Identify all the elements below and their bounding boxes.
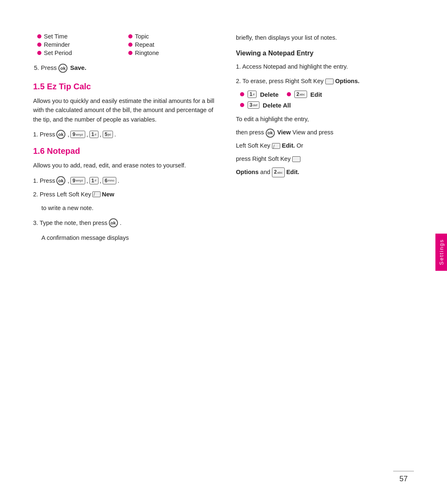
press-right-soft-key: press Right Soft Key xyxy=(236,155,291,162)
new-label: New xyxy=(102,191,114,198)
press-save-step: 5. Press ok Save. xyxy=(34,64,215,73)
period-1: . xyxy=(114,131,116,138)
bullet-label: Ringtone xyxy=(135,50,159,56)
key-1hash: 1# xyxy=(89,131,99,138)
key-5jkl: 5jkl xyxy=(103,131,113,138)
left-column: Set Time Topic Reminder Repeat Set Perio… xyxy=(33,33,215,248)
section-1-6-step1: 1. Press ok , 9wxyz , 1# , 6mno . xyxy=(33,176,215,185)
edit-para5: Options and 2abc Edit. xyxy=(236,167,414,177)
options-and-label: Options xyxy=(236,169,259,175)
list-item: 1# Delete 2abc Edit xyxy=(240,91,414,98)
ok-view-icon: ok xyxy=(266,129,275,138)
and-text: and xyxy=(260,169,272,175)
left-soft-key-icon-2 xyxy=(272,143,280,149)
notepad-step2-sub: to write a new note. xyxy=(41,203,215,213)
comma-2: , xyxy=(87,131,88,138)
key-2abc-opt: 2abc xyxy=(294,91,307,98)
step1-prefix-2: 1. Press xyxy=(33,177,55,184)
page: Set Time Topic Reminder Repeat Set Perio… xyxy=(0,0,447,504)
notepad-step2-main: 2. Press Left Soft Key New xyxy=(33,191,215,198)
comma-3: , xyxy=(100,131,101,138)
edit-para1: To edit a highlight the entry, xyxy=(236,115,414,124)
right-intro-text: briefly, then displays your list of note… xyxy=(236,33,414,42)
bullet-label: Topic xyxy=(135,33,149,40)
ok-key-icon: ok xyxy=(56,130,65,139)
right-soft-key-icon xyxy=(325,79,334,84)
para2-prefix: then press xyxy=(236,129,264,136)
notepad-step3-sub: A confirmation message displays xyxy=(41,233,215,242)
delete-all-label: Delete All xyxy=(263,102,291,109)
section-1-6-body: Allows you to add, read, edit, and erase… xyxy=(33,161,215,170)
list-item: Set Time xyxy=(37,33,124,40)
period-2: . xyxy=(118,177,119,184)
bullet-dot-icon xyxy=(128,34,132,38)
ok-key-icon-3: ok xyxy=(109,218,118,227)
right-column: briefly, then displays your list of note… xyxy=(236,33,414,248)
bullet-label: Set Time xyxy=(44,33,67,40)
view-label: View xyxy=(277,129,291,136)
right-soft-key-icon-2 xyxy=(292,156,300,162)
para2-suffix: View and press xyxy=(293,129,334,136)
key-9wxyz-2: 9wxyz xyxy=(70,177,85,184)
step2-text: 2. Press Left Soft Key xyxy=(33,191,91,198)
edit-label-2: Edit. xyxy=(282,142,295,149)
key-6mno: 6mno xyxy=(103,177,116,184)
bullet-list: Set Time Topic Reminder Repeat Set Perio… xyxy=(37,33,215,56)
viewing-heading: Viewing a Notepad Entry xyxy=(236,50,414,57)
notepad-step3: 3. Type the note, then press ok . A conf… xyxy=(33,218,215,242)
ok-button-icon: ok xyxy=(58,64,67,73)
edit-para4: press Right Soft Key xyxy=(236,154,414,164)
page-number-area: 57 xyxy=(393,471,414,483)
section-1-5-heading: 1.5 Ez Tip Calc xyxy=(33,82,215,91)
section-1-6-heading: 1.6 Notepad xyxy=(33,146,215,156)
page-divider xyxy=(393,471,414,471)
section-1-5-body: Allows you to quickly and easily estimat… xyxy=(33,96,215,124)
viewing-step1: 1. Access Notepad and highlight the entr… xyxy=(236,62,414,71)
viewing-step2: 2. To erase, press Right Soft Key Option… xyxy=(236,76,414,86)
options-bullet-list: 1# Delete 2abc Edit 3def Delete All xyxy=(240,91,414,109)
edit-para2: then press ok View View and press xyxy=(236,128,414,138)
list-item: 3def Delete All xyxy=(240,101,414,109)
comma-1: , xyxy=(67,131,69,138)
edit-final-label: Edit. xyxy=(286,169,299,175)
bullet-dot-icon xyxy=(128,51,132,55)
bullet-dot-icon xyxy=(128,43,132,47)
key-1hash-opt: 1# xyxy=(248,91,257,98)
list-item: Ringtone xyxy=(128,50,215,56)
edit-para3: Left Soft Key Edit. Or xyxy=(236,141,414,151)
options-label: Options. xyxy=(335,78,360,84)
main-content: Set Time Topic Reminder Repeat Set Perio… xyxy=(33,33,414,248)
page-number: 57 xyxy=(393,475,414,483)
left-soft-key-icon xyxy=(92,191,101,197)
bullet-dot-icon xyxy=(37,43,41,47)
settings-tab: Settings xyxy=(435,234,447,271)
list-item: Topic xyxy=(128,33,215,40)
step3-text: 3. Type the note, then press xyxy=(33,220,108,226)
step1-prefix: 1. Press xyxy=(33,131,55,138)
bullet-dot-icon xyxy=(37,51,41,55)
bullet-label: Set Period xyxy=(44,50,72,56)
bullet-dot-icon-3 xyxy=(240,103,244,107)
bullet-dot-icon xyxy=(240,92,244,96)
bullet-label: Repeat xyxy=(135,41,154,48)
notepad-step3-main: 3. Type the note, then press ok . xyxy=(33,218,215,227)
list-item: Set Period xyxy=(37,50,124,56)
edit-label: Edit xyxy=(310,91,322,98)
key-9wxyz: 9wxyz xyxy=(70,131,85,138)
comma-4: , xyxy=(67,177,69,184)
list-item: Repeat xyxy=(128,41,215,48)
comma-5: , xyxy=(87,177,88,184)
list-item: Reminder xyxy=(37,41,124,48)
step2-prefix-text: 2. To erase, press Right Soft Key xyxy=(236,78,324,84)
or-label: Or xyxy=(297,142,303,149)
ok-key-icon-2: ok xyxy=(56,176,65,185)
key-3def-opt: 3def xyxy=(248,101,260,109)
settings-tab-label: Settings xyxy=(438,239,445,265)
left-soft-key-label: Left Soft Key xyxy=(236,142,270,149)
key-2abc-edit: 2abc xyxy=(272,167,285,177)
period-3: . xyxy=(120,220,122,226)
notepad-step2: 2. Press Left Soft Key New to write a ne… xyxy=(33,191,215,213)
save-label: Save. xyxy=(70,64,86,71)
comma-6: , xyxy=(100,177,101,184)
bullet-label: Reminder xyxy=(44,41,70,48)
